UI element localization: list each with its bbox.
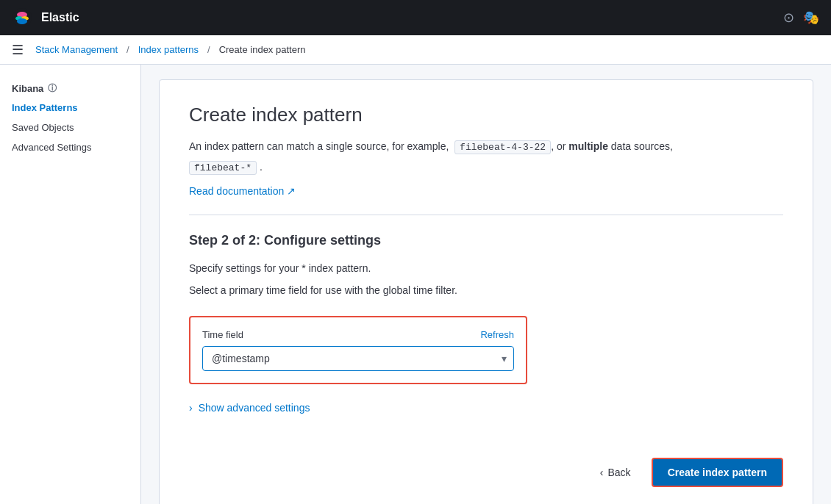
- breadcrumb-current: Create index pattern: [219, 44, 306, 55]
- breadcrumb-separator-2: /: [207, 44, 210, 55]
- top-bar: Elastic ⊙ 🎭: [0, 0, 831, 35]
- step-description-1: Specify settings for your * index patter…: [189, 260, 783, 276]
- user-icon[interactable]: 🎭: [803, 10, 819, 26]
- description-text-2: filebeat-* .: [189, 159, 783, 176]
- sidebar-item-advanced-settings[interactable]: Advanced Settings: [0, 137, 140, 157]
- sidebar-item-saved-objects[interactable]: Saved Objects: [0, 118, 140, 137]
- breadcrumb-stack-management[interactable]: Stack Management: [35, 44, 118, 55]
- breadcrumb-index-patterns[interactable]: Index patterns: [138, 44, 199, 55]
- step-title: Step 2 of 2: Configure settings: [189, 233, 783, 248]
- sidebar-kibana-label: Kibana: [12, 83, 43, 94]
- bold-multiple: multiple: [568, 140, 608, 152]
- secondary-nav: ☰ Stack Management / Index patterns / Cr…: [0, 35, 831, 65]
- main-content: Create index pattern An index pattern ca…: [141, 65, 831, 504]
- read-docs-link[interactable]: Read documentation ↗: [189, 185, 296, 197]
- breadcrumb-separator-1: /: [126, 44, 129, 55]
- time-field-select[interactable]: @timestamp No time field: [202, 346, 514, 371]
- layout: Kibana ⓘ Index Patterns Saved Objects Ad…: [0, 65, 831, 504]
- chevron-right-icon: ›: [189, 402, 193, 414]
- time-field-header: Time field Refresh: [202, 329, 514, 340]
- sidebar-item-index-patterns[interactable]: Index Patterns: [0, 98, 140, 118]
- sidebar: Kibana ⓘ Index Patterns Saved Objects Ad…: [0, 65, 141, 504]
- step-description-2: Select a primary time field for use with…: [189, 282, 783, 298]
- back-button[interactable]: ‹ Back: [591, 461, 640, 484]
- show-advanced-settings-toggle[interactable]: › Show advanced settings: [189, 402, 783, 414]
- page-title: Create index pattern: [189, 104, 783, 126]
- refresh-link[interactable]: Refresh: [480, 329, 514, 340]
- app-title: Elastic: [41, 11, 79, 24]
- code-example-1: filebeat-4-3-22: [454, 140, 551, 154]
- hamburger-menu-icon[interactable]: ☰: [12, 42, 24, 58]
- time-field-label: Time field: [202, 329, 243, 340]
- content-panel: Create index pattern An index pattern ca…: [159, 79, 813, 504]
- footer-actions: ‹ Back Create index pattern: [189, 443, 783, 487]
- time-field-container: Time field Refresh @timestamp No time fi…: [189, 316, 527, 384]
- description-text-1: An index pattern can match a single sour…: [189, 138, 783, 156]
- create-index-pattern-button[interactable]: Create index pattern: [652, 458, 783, 487]
- external-link-icon: ↗: [287, 185, 296, 197]
- help-icon[interactable]: ⊙: [783, 10, 794, 26]
- top-bar-right: ⊙ 🎭: [783, 10, 819, 26]
- code-example-2: filebeat-*: [189, 161, 257, 175]
- svg-point-4: [17, 18, 27, 24]
- sidebar-help-icon[interactable]: ⓘ: [48, 82, 57, 95]
- chevron-left-icon: ‹: [600, 467, 604, 478]
- top-bar-left: Elastic: [12, 7, 79, 28]
- elastic-logo-icon: [12, 7, 32, 28]
- time-field-select-wrapper: @timestamp No time field ▾: [202, 346, 514, 371]
- sidebar-section-title: Kibana ⓘ: [0, 76, 140, 98]
- section-divider: [189, 215, 783, 215]
